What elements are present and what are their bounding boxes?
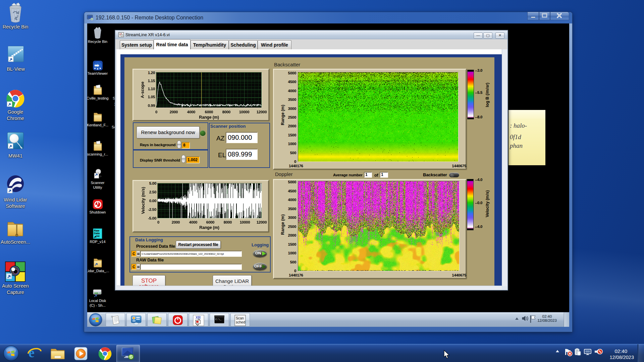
svg-text:C:\_: C:\_ [215,318,222,321]
svg-text:sched: sched [236,320,245,324]
svg-text:Scan: Scan [236,316,244,320]
svg-text:roc: roc [96,234,100,237]
svg-text:12/08/2023: 12/08/2023 [609,355,634,360]
svg-text:XR: XR [196,315,201,319]
svg-text:02:40: 02:40 [614,348,627,354]
